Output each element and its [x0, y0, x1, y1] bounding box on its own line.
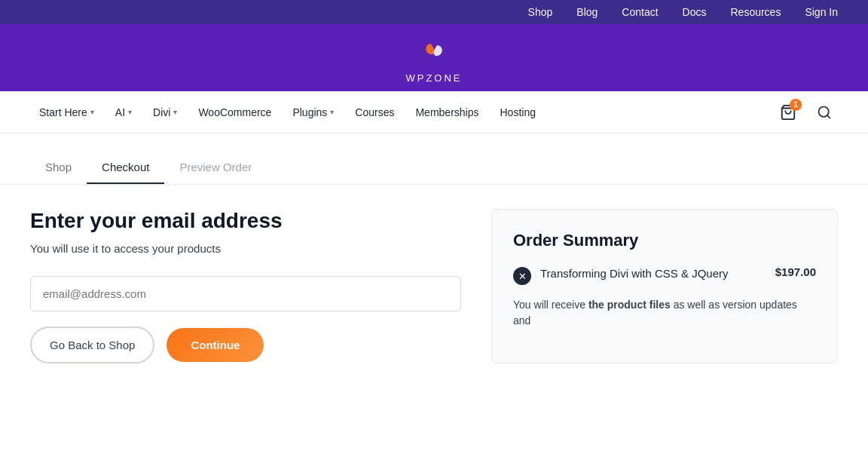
- tab-checkout[interactable]: Checkout: [87, 152, 164, 184]
- logo-bar: WPZONE: [0, 24, 868, 91]
- search-icon: [817, 105, 832, 120]
- plugins-chevron-icon: ▾: [330, 108, 334, 116]
- top-bar: Shop Blog Contact Docs Resources Sign In: [0, 0, 868, 24]
- go-back-button[interactable]: Go Back to Shop: [30, 327, 154, 363]
- wpzone-logo-icon[interactable]: [417, 36, 451, 69]
- order-item-price: $197.00: [775, 265, 816, 278]
- nav-hosting[interactable]: Hosting: [491, 91, 544, 133]
- nav-memberships[interactable]: Memberships: [406, 91, 487, 133]
- topbar-shop-link[interactable]: Shop: [528, 6, 553, 18]
- order-summary-title: Order Summary: [513, 231, 816, 250]
- topbar-docs-link[interactable]: Docs: [683, 6, 707, 18]
- button-row: Go Back to Shop Continue: [30, 327, 461, 363]
- nav-start-here[interactable]: Start Here ▾: [30, 91, 103, 133]
- start-here-chevron-icon: ▾: [90, 108, 94, 116]
- divi-chevron-icon: ▾: [173, 108, 177, 116]
- search-button[interactable]: [811, 99, 838, 126]
- nav-ai[interactable]: AI ▾: [106, 91, 141, 133]
- tab-preview-order[interactable]: Preview Order: [164, 152, 267, 184]
- topbar-blog-link[interactable]: Blog: [576, 6, 598, 18]
- remove-item-button[interactable]: ✕: [513, 267, 531, 285]
- cart-badge: 1: [790, 99, 802, 111]
- topbar-resources-link[interactable]: Resources: [730, 6, 781, 18]
- checkout-tabs: Shop Checkout Preview Order: [0, 133, 868, 185]
- topbar-signin-link[interactable]: Sign In: [805, 6, 838, 18]
- left-panel: Enter your email address You will use it…: [30, 209, 461, 363]
- email-heading: Enter your email address: [30, 209, 461, 233]
- logo-text: WPZONE: [405, 72, 462, 84]
- topbar-contact-link[interactable]: Contact: [622, 6, 658, 18]
- tab-shop[interactable]: Shop: [30, 152, 87, 184]
- order-summary-panel: Order Summary ✕ Transforming Divi with C…: [491, 209, 838, 363]
- nav-courses[interactable]: Courses: [346, 91, 403, 133]
- nav-woocommerce[interactable]: WooCommerce: [189, 91, 280, 133]
- nav-plugins[interactable]: Plugins ▾: [283, 91, 343, 133]
- email-input[interactable]: [30, 276, 461, 311]
- order-item-name: Transforming Divi with CSS & JQuery: [540, 265, 766, 281]
- main-nav: Start Here ▾ AI ▾ Divi ▾ WooCommerce Plu…: [0, 91, 868, 133]
- main-content: Enter your email address You will use it…: [0, 209, 868, 363]
- email-subtext: You will use it to access your products: [30, 242, 461, 255]
- order-note: You will receive the product files as we…: [513, 297, 816, 329]
- cart-button[interactable]: 1: [775, 99, 802, 126]
- order-item: ✕ Transforming Divi with CSS & JQuery $1…: [513, 265, 816, 285]
- nav-divi[interactable]: Divi ▾: [144, 91, 186, 133]
- continue-button[interactable]: Continue: [167, 328, 264, 362]
- ai-chevron-icon: ▾: [128, 108, 132, 116]
